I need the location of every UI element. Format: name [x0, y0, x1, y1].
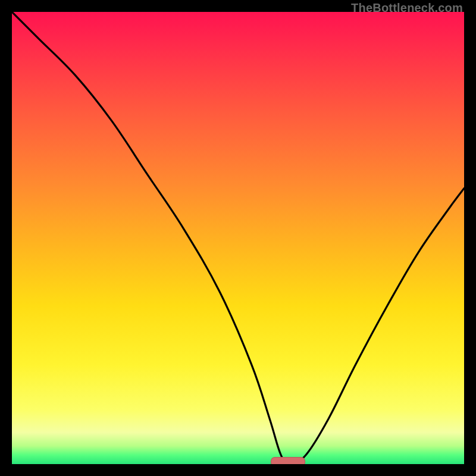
plot-area — [12, 12, 464, 464]
chart-frame: TheBottleneck.com — [0, 0, 476, 476]
optimal-point-marker — [271, 457, 305, 464]
curve-svg — [12, 12, 464, 464]
bottleneck-curve-path — [12, 12, 464, 464]
